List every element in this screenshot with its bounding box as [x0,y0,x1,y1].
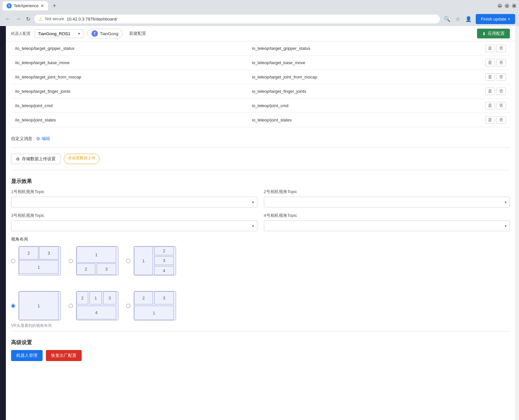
tiangong-badge[interactable]: T TianGong [87,29,123,38]
config-select[interactable]: TianGong_ROS1 [34,29,83,38]
yn-group: 是 否 [485,59,506,66]
layout-radio[interactable] [69,259,73,263]
cam4-select[interactable] [264,220,510,231]
no-button[interactable]: 否 [496,45,506,52]
cam2-select-wrap [264,197,510,207]
back-button[interactable]: ← [4,15,12,23]
topic-value: io_teleop/target_finger_joints [248,84,481,99]
yes-button[interactable]: 是 [485,73,495,81]
layout-radio[interactable] [126,304,130,308]
layout-cell: 1 [134,306,174,320]
layout-option: 231 [11,246,61,275]
layout-radio[interactable] [126,259,130,263]
tab-favicon: T [7,3,12,8]
tiangong-icon: T [91,30,98,37]
tiangong-label: TianGong [100,31,118,36]
no-button[interactable]: 否 [496,116,506,124]
yn-group: 是 否 [485,73,506,81]
camera-row-2: 3号相机视角Topic 4号相机视角Topic [11,213,510,231]
tab-close-icon[interactable]: ✕ [40,3,44,8]
topic-row: /io_teleop/target_gripper_status io_tele… [11,41,510,56]
new-tab-button[interactable]: + [51,2,58,10]
no-button[interactable]: 否 [496,88,506,95]
yes-button[interactable]: 是 [485,116,495,124]
save-config-button[interactable]: ⚙ 存储数据上传设置 [11,154,61,164]
main-area: 机器人配置 TianGong_ROS1 T TianGong 新建配置 ⬇ 应用… [6,26,515,420]
layout-radio[interactable] [11,259,15,263]
action-row: ⚙ 存储数据上传设置 未设置数据上传 [11,150,510,167]
bookmark-button[interactable]: ☆ [454,15,461,23]
topic-table: /io_teleop/target_gripper_status io_tele… [11,41,510,127]
security-icon: ⚠ [39,17,43,21]
browser-tab[interactable]: T TeleXperience ✕ [3,1,48,10]
camera-row-1: 1号相机视角Topic 2号相机视角Topic [11,189,510,207]
yes-button[interactable]: 是 [485,102,495,109]
apply-label: 应用配置 [488,31,505,36]
topic-row: /io_teleop/target_joint_from_mocap io_te… [11,70,510,84]
no-button[interactable]: 否 [496,102,506,109]
robot-mgmt-button[interactable]: 机器人管理 [11,350,43,361]
maximize-button[interactable]: □ [505,4,509,8]
topic-path: /io_teleop/joint_states [11,113,248,127]
advanced-header: 高级设置 [11,339,510,346]
yes-button[interactable]: 是 [485,59,495,66]
forward-button[interactable]: → [14,15,22,23]
layout-radio[interactable] [11,304,15,308]
no-button[interactable]: 否 [496,73,506,81]
topic-row: /io_teleop/target_finger_joints io_teleo… [11,84,510,99]
layout-cell: 2 [19,246,38,259]
unsaved-badge: 未设置数据上传 [64,154,100,164]
layout-diagram: 123 [76,246,118,275]
minimize-button[interactable]: — [498,4,502,8]
topic-path: /io_teleop/target_base_move [11,56,248,70]
save-icon: ⚙ [16,157,20,161]
layout-note: VR头显看到的视角布局 [11,323,510,329]
display-section-header: 显示效果 [11,173,510,189]
gear-icon: ⚙ [36,136,40,141]
yes-button[interactable]: 是 [485,88,495,95]
profile-button[interactable]: 👤 [464,15,473,23]
layout-option: 2134 [69,291,118,320]
apply-config-button[interactable]: ⬇ 应用配置 [477,29,510,38]
layout-cell: 3 [103,291,116,304]
cam1-label: 1号相机视角Topic [11,189,257,195]
cam2-select[interactable] [264,197,510,207]
finish-update-button[interactable]: Finish update ▾ [476,14,515,24]
cam3-select[interactable] [11,220,257,231]
browser-titlebar: T TeleXperience ✕ + — □ ✕ [0,0,519,12]
factory-reset-button[interactable]: 恢复出厂配置 [46,350,82,361]
layout-cell: 2 [134,291,153,304]
layout-diagram: 1 [19,291,61,320]
no-button[interactable]: 否 [496,59,506,66]
layout-cell: 2 [154,246,174,255]
content-area: /io_teleop/target_gripper_status io_tele… [6,41,515,373]
advanced-section: 高级设置 机器人管理 恢复出厂配置 [11,334,510,366]
search-button[interactable]: 🔍 [443,15,452,23]
address-bar[interactable]: ⚠ Not secure 10.42.0.3:7876/dashboard/ [34,15,440,23]
topic-path: /io_teleop/joint_cmd [11,99,248,113]
topic-path: /io_teleop/target_gripper_status [11,41,248,56]
right-scrollbar[interactable] [515,26,519,420]
display-settings: 显示效果 1号相机视角Topic 2号相机视角Topic [11,173,510,329]
layout-cell: 3 [97,263,116,275]
layout-cell: 1 [89,291,102,304]
apply-icon: ⬇ [482,31,486,36]
window-controls: — □ ✕ [498,4,516,8]
edit-link[interactable]: ⚙ 编辑 [36,136,50,142]
dropdown-arrow-icon: ▾ [508,17,510,21]
layout-cell: 1 [134,246,153,275]
yes-button[interactable]: 是 [485,45,495,52]
security-label: Not secure [45,17,64,21]
layout-radio[interactable] [69,304,73,308]
cam2-field: 2号相机视角Topic [264,189,510,207]
reload-button[interactable]: ↻ [25,15,32,23]
layout-option: 231 [126,291,176,320]
layouts-grid: 231123123412134231 [11,246,510,320]
topic-path: /io_teleop/target_joint_from_mocap [11,70,248,84]
cam1-select[interactable] [11,197,257,207]
new-config-button[interactable]: 新建配置 [127,29,149,38]
close-button[interactable]: ✕ [512,4,516,8]
finish-update-label: Finish update [481,17,506,21]
config-label: 机器人配置 [11,31,31,36]
topic-value: io_teleop/target_base_move [248,56,481,70]
